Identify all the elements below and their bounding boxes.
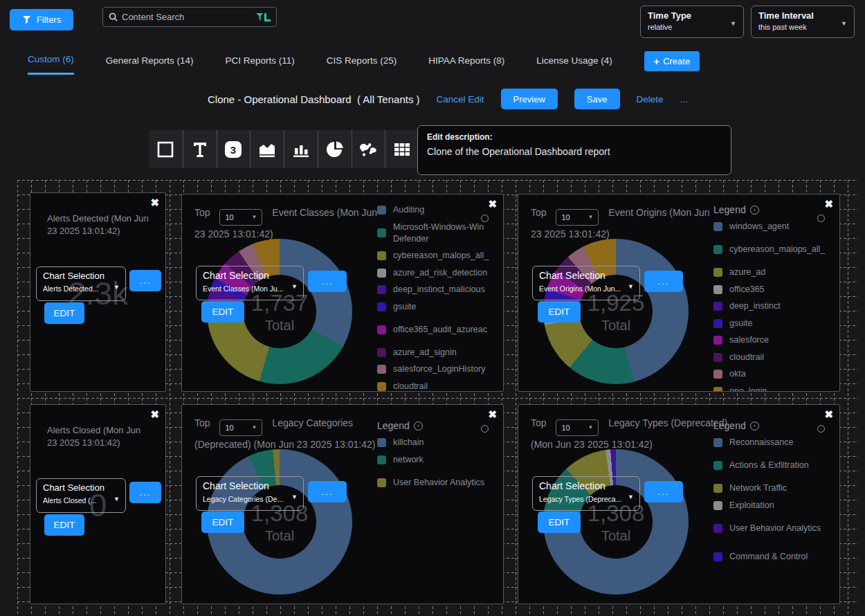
legend-header-label: Legend	[713, 204, 746, 215]
bar-chart-widget-icon[interactable]	[284, 130, 318, 168]
number-widget-icon[interactable]: 3	[217, 130, 251, 168]
widget-alerts-detected[interactable]: ✖ Alerts Detected (Mon Jun 23 2025 13:01…	[30, 192, 166, 392]
widget-more-button[interactable]: ...	[644, 271, 683, 292]
tab-hipaa-reports[interactable]: HIPAA Reports (8)	[428, 55, 504, 74]
map-widget-icon[interactable]	[352, 130, 385, 168]
save-button[interactable]: Save	[574, 89, 620, 109]
table-widget-icon[interactable]	[385, 130, 419, 168]
legend-item[interactable]: Command & Control	[713, 545, 838, 569]
widget-more-button[interactable]: ...	[644, 481, 683, 502]
legend-label: salesforce	[729, 334, 769, 346]
content-search[interactable]	[102, 7, 277, 27]
legend-item[interactable]: cybereason_malops_all_	[377, 250, 502, 262]
widget-more-button[interactable]: ...	[308, 271, 347, 292]
legend-item[interactable]: cloudtrail	[377, 381, 502, 392]
container-widget-icon[interactable]	[149, 130, 183, 168]
time-type-dropdown[interactable]: Time Type relative ▼	[640, 6, 744, 38]
top-n-select[interactable]: 10 ▼	[219, 209, 262, 226]
line-chart-widget-icon[interactable]	[250, 130, 284, 168]
close-icon[interactable]: ✖	[150, 197, 159, 209]
time-interval-dropdown[interactable]: Time Interval this past week ▼	[751, 6, 855, 38]
legend-item[interactable]: Actions & Exfiltration	[713, 454, 838, 478]
close-icon[interactable]: ✖	[150, 408, 159, 421]
legend-item[interactable]: salesforce	[713, 334, 838, 346]
widget-edit-button[interactable]: EDIT	[44, 514, 84, 536]
more-actions-link[interactable]: ...	[680, 94, 688, 105]
chart-selection-dropdown[interactable]: Chart Selection Event Origins (Mon Jun..…	[532, 266, 640, 300]
search-input[interactable]	[122, 12, 252, 22]
chevron-down-icon: ▼	[588, 209, 594, 226]
widget-more-button[interactable]: ...	[308, 481, 347, 502]
widget-more-button[interactable]: ...	[129, 270, 161, 291]
delete-link[interactable]: Delete	[637, 94, 664, 105]
chart-selection-dropdown[interactable]: Chart Selection Legacy Categories (De...…	[196, 476, 304, 511]
legend-item[interactable]: killchain	[377, 437, 502, 449]
legend-item[interactable]: Network Traffic	[713, 482, 838, 494]
widget-edit-button[interactable]: EDIT	[44, 302, 84, 324]
tab-general-reports[interactable]: General Reports (14)	[106, 55, 194, 74]
legend-item[interactable]: salesforce_LoginHistory	[377, 363, 502, 375]
widget-more-button[interactable]: ...	[129, 482, 161, 503]
radio-toggle-icon[interactable]	[481, 425, 489, 433]
tab-custom[interactable]: Custom (6)	[28, 54, 74, 75]
widget-event-classes[interactable]: ✖ Top 10 ▼ Event Classes (Mon Jun 23 202…	[181, 194, 504, 392]
chart-selection-dropdown[interactable]: Chart Selection Legacy Types (Depreca...…	[532, 476, 640, 511]
legend-item[interactable]: gsuite	[713, 318, 838, 329]
plus-icon: +	[653, 55, 659, 67]
legend-item[interactable]: Microsoft-Windows-Win Defender	[377, 221, 502, 245]
widget-event-origins[interactable]: ✖ Top 10 ▼ Event Origins (Mon Jun 23 202…	[518, 194, 840, 392]
widget-legacy-types[interactable]: ✖ Top 10 ▼ Legacy Types (Deprecated) (Mo…	[518, 404, 840, 604]
legend-toggle-icon[interactable]: ›	[750, 422, 759, 431]
text-widget-icon[interactable]	[183, 130, 217, 168]
widget-title: Top 10 ▼ Event Classes (Mon Jun 23 2025 …	[194, 204, 383, 242]
legend-item[interactable]: okta	[713, 368, 838, 380]
widget-edit-button[interactable]: EDIT	[201, 511, 244, 533]
chart-selection-dropdown[interactable]: Chart Selection Alerts Closed (... ▼	[36, 478, 126, 513]
radio-toggle-icon[interactable]	[481, 215, 489, 222]
widget-edit-button[interactable]: EDIT	[201, 301, 244, 323]
legend-item[interactable]: gsuite	[377, 301, 502, 313]
create-button[interactable]: + Create	[644, 51, 700, 71]
legend-item[interactable]: office365	[713, 284, 838, 296]
close-icon[interactable]: ✖	[824, 198, 833, 210]
filters-button[interactable]: Filters	[10, 9, 73, 30]
widget-legacy-categories[interactable]: ✖ Top 10 ▼ Legacy Categories (Deprecated…	[181, 404, 504, 604]
widget-edit-button[interactable]: EDIT	[538, 301, 581, 323]
legend-item[interactable]: cybereason_malops_all_	[713, 238, 838, 262]
legend-item[interactable]: User Behavior Analytics	[377, 471, 502, 494]
legend-item[interactable]: office365_audit_azureac	[377, 318, 502, 341]
tab-license-usage[interactable]: License Usage (4)	[536, 55, 612, 74]
legend-item[interactable]: windows_agent	[713, 221, 838, 233]
legend-item[interactable]: azure_ad_risk_detection	[377, 267, 502, 279]
top-n-select[interactable]: 10 ▼	[219, 419, 262, 436]
chart-selection-dropdown[interactable]: Chart Selection Event Classes (Mon Ju...…	[196, 266, 304, 300]
legend-item[interactable]: one_login	[713, 386, 838, 392]
close-icon[interactable]: ✖	[824, 408, 833, 421]
preview-button[interactable]: Preview	[501, 89, 558, 109]
radio-toggle-icon[interactable]	[817, 425, 825, 433]
legend-toggle-icon[interactable]: ›	[750, 206, 759, 215]
edit-description-box[interactable]: Edit description: Clone of the Operation…	[417, 125, 731, 175]
widget-alerts-closed[interactable]: ✖ Alerts Closed (Mon Jun 23 2025 13:01:4…	[30, 404, 166, 604]
legend-item[interactable]: User Behavior Analytics	[713, 516, 838, 540]
chart-selection-dropdown[interactable]: Chart Selection Alerts Detected... ▼	[36, 266, 126, 301]
pie-chart-widget-icon[interactable]	[318, 130, 352, 168]
close-icon[interactable]: ✖	[488, 408, 497, 421]
legend-item[interactable]: azure_ad	[713, 266, 838, 278]
tab-pci-reports[interactable]: PCI Reports (11)	[226, 55, 295, 74]
cancel-edit-link[interactable]: Cancel Edit	[437, 94, 484, 105]
legend-toggle-icon[interactable]: ›	[414, 422, 423, 431]
legend-item[interactable]: Reconnaissance	[713, 437, 838, 449]
legend-item[interactable]: Exploitation	[713, 500, 838, 511]
radio-toggle-icon[interactable]	[817, 215, 825, 222]
legend-item[interactable]: deep_instinct	[713, 300, 838, 312]
widget-edit-button[interactable]: EDIT	[538, 511, 581, 533]
close-icon[interactable]: ✖	[488, 198, 497, 210]
legend-item[interactable]: cloudtrail	[713, 352, 838, 363]
legend-item[interactable]: deep_instinct_malicious	[377, 284, 502, 296]
top-n-select[interactable]: 10 ▼	[556, 209, 599, 226]
legend-item[interactable]: network	[377, 454, 502, 466]
tab-cis-reports[interactable]: CIS Reports (25)	[327, 55, 397, 74]
legend-item[interactable]: azure_ad_signin	[377, 347, 502, 359]
top-n-select[interactable]: 10 ▼	[556, 419, 599, 436]
